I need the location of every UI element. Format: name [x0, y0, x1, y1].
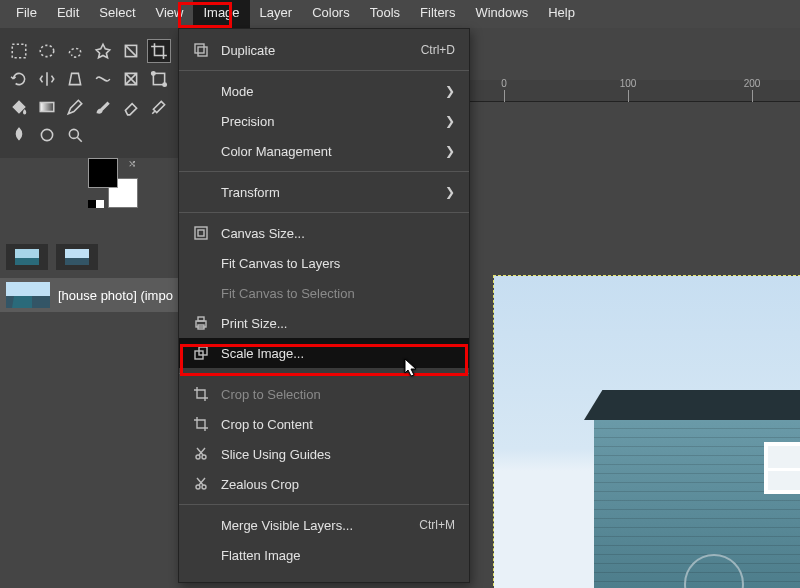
svg-rect-13: [195, 44, 204, 53]
panel-tab-layers[interactable]: [6, 244, 48, 270]
menu-item-print-size[interactable]: Print Size...: [179, 308, 469, 338]
menu-filters[interactable]: Filters: [410, 0, 465, 28]
perspective-tool[interactable]: [64, 68, 86, 90]
ruler-tick-label: 200: [744, 78, 761, 89]
bucket-tool[interactable]: [8, 96, 30, 118]
menu-item-canvas-size[interactable]: Canvas Size...: [179, 218, 469, 248]
menu-select[interactable]: Select: [89, 0, 145, 28]
canvas-size-icon: [191, 223, 211, 243]
menu-item-shortcut: Ctrl+D: [421, 43, 455, 57]
warp-tool[interactable]: [92, 68, 114, 90]
svg-rect-10: [15, 249, 39, 258]
menu-item-zealous-crop[interactable]: Zealous Crop: [179, 469, 469, 499]
ellipse-select-tool[interactable]: [36, 40, 58, 62]
svg-rect-16: [198, 230, 204, 236]
menu-item-label: Fit Canvas to Selection: [221, 286, 455, 301]
swap-colors-icon[interactable]: ⤭: [128, 158, 136, 169]
dodge-tool[interactable]: [36, 124, 58, 146]
menu-file[interactable]: File: [6, 0, 47, 28]
submenu-arrow-icon: ❯: [445, 185, 455, 199]
menu-item-crop-content[interactable]: Crop to Content: [179, 409, 469, 439]
scale-icon: [191, 343, 211, 363]
menu-layer[interactable]: Layer: [250, 0, 303, 28]
menu-item-label: Flatten Image: [221, 548, 455, 563]
menu-edit[interactable]: Edit: [47, 0, 89, 28]
svg-point-4: [152, 72, 155, 75]
menu-item-precision[interactable]: Precision ❯: [179, 106, 469, 136]
menu-item-label: Merge Visible Layers...: [221, 518, 419, 533]
menu-item-color-management[interactable]: Color Management ❯: [179, 136, 469, 166]
menubar: File Edit Select View Image Layer Colors…: [0, 0, 800, 28]
menu-view[interactable]: View: [146, 0, 194, 28]
menu-item-slice-guides[interactable]: Slice Using Guides: [179, 439, 469, 469]
svg-rect-14: [198, 47, 207, 56]
print-icon: [191, 313, 211, 333]
menu-windows[interactable]: Windows: [465, 0, 538, 28]
color-swatches[interactable]: ⤭: [88, 158, 138, 208]
menu-item-label: Precision: [221, 114, 445, 129]
submenu-arrow-icon: ❯: [445, 114, 455, 128]
crop-tool[interactable]: [148, 40, 170, 62]
menu-item-label: Zealous Crop: [221, 477, 455, 492]
pencil-tool[interactable]: [64, 96, 86, 118]
menu-colors[interactable]: Colors: [302, 0, 360, 28]
unified-tool[interactable]: [148, 68, 170, 90]
menu-image[interactable]: Image: [193, 0, 249, 28]
ruler-tick-label: 0: [501, 78, 507, 89]
svg-point-7: [41, 129, 52, 140]
svg-point-22: [196, 455, 200, 459]
menu-item-label: Crop to Content: [221, 417, 455, 432]
eraser-tool[interactable]: [120, 96, 142, 118]
layer-list-item[interactable]: [house photo] (impo: [0, 278, 178, 312]
image-menu-dropdown: Duplicate Ctrl+D Mode ❯ Precision ❯ Colo…: [178, 28, 470, 583]
menu-item-shortcut: Ctrl+M: [419, 518, 455, 532]
layer-name-label: [house photo] (impo: [58, 288, 173, 303]
svg-point-25: [202, 485, 206, 489]
horizontal-ruler: 0 100 200: [470, 80, 800, 102]
gradient-tool[interactable]: [36, 96, 58, 118]
smudge-tool[interactable]: [8, 124, 30, 146]
svg-point-24: [196, 485, 200, 489]
svg-rect-6: [40, 103, 54, 112]
zealous-crop-icon: [191, 474, 211, 494]
menu-item-merge-visible[interactable]: Merge Visible Layers... Ctrl+M: [179, 510, 469, 540]
menu-item-flatten[interactable]: Flatten Image: [179, 540, 469, 570]
image-canvas[interactable]: [494, 276, 800, 588]
canvas-area[interactable]: [470, 102, 800, 588]
svg-rect-0: [12, 44, 26, 58]
rotate-tool[interactable]: [8, 68, 30, 90]
menu-item-scale-image[interactable]: Scale Image...: [179, 338, 469, 368]
zoom-tool[interactable]: [64, 124, 86, 146]
menu-item-fit-canvas-layers[interactable]: Fit Canvas to Layers: [179, 248, 469, 278]
crop-icon: [191, 414, 211, 434]
menu-item-label: Crop to Selection: [221, 387, 455, 402]
panel-tab-channels[interactable]: [56, 244, 98, 270]
menu-item-duplicate[interactable]: Duplicate Ctrl+D: [179, 35, 469, 65]
rect-select-tool[interactable]: [8, 40, 30, 62]
fuzzy-select-tool[interactable]: [92, 40, 114, 62]
svg-rect-15: [195, 227, 207, 239]
default-colors-icon[interactable]: [88, 200, 104, 208]
cage-tool[interactable]: [120, 68, 142, 90]
submenu-arrow-icon: ❯: [445, 84, 455, 98]
free-select-tool[interactable]: [64, 40, 86, 62]
flip-tool[interactable]: [36, 68, 58, 90]
toolbox: [0, 28, 178, 158]
fg-color-swatch[interactable]: [88, 158, 118, 188]
house-wall: [594, 420, 800, 588]
menu-item-label: Print Size...: [221, 316, 455, 331]
house-roof: [584, 390, 800, 420]
svg-point-8: [69, 129, 78, 138]
color-select-tool[interactable]: [120, 40, 142, 62]
menu-item-mode[interactable]: Mode ❯: [179, 76, 469, 106]
airbrush-tool[interactable]: [148, 96, 170, 118]
menu-item-label: Fit Canvas to Layers: [221, 256, 455, 271]
svg-point-1: [40, 45, 54, 56]
ruler-tick-label: 100: [620, 78, 637, 89]
menu-tools[interactable]: Tools: [360, 0, 410, 28]
menu-item-transform[interactable]: Transform ❯: [179, 177, 469, 207]
menu-item-label: Color Management: [221, 144, 445, 159]
svg-rect-12: [65, 249, 89, 258]
menu-help[interactable]: Help: [538, 0, 585, 28]
brush-tool[interactable]: [92, 96, 114, 118]
